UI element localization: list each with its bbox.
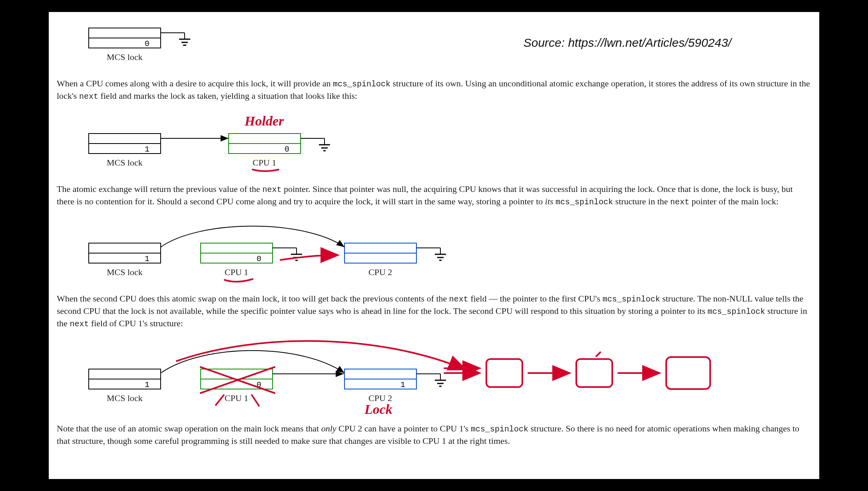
d2-mcs-label: MCS lock: [107, 158, 143, 168]
p4a: Note that the use of an atomic swap oper…: [57, 423, 321, 433]
cpu1-svg: 1 MCS lock 0 CPU 1 Holder: [57, 110, 416, 178]
d4-cpu1-label: CPU 1: [225, 393, 248, 403]
d3-mcs-label: MCS lock: [107, 267, 143, 277]
queue-box-1: [486, 359, 522, 387]
d3-mcs-value: 1: [145, 254, 149, 263]
p1a: When a CPU comes along with a desire to …: [57, 78, 333, 88]
p1c: field and marks the lock as taken, yield…: [98, 91, 357, 101]
p3code1: next: [449, 295, 468, 304]
cpu2-svg: 1 MCS lock 0 CPU 1 CPU 2: [57, 215, 536, 287]
mcs-only-svg: 0 MCS lock: [57, 24, 416, 72]
letterbox-top: [0, 0, 868, 12]
letterbox-bottom: [0, 479, 868, 491]
p2a: The atomic exchange will return the prev…: [57, 184, 262, 194]
d3-cpu1-label: CPU 1: [225, 267, 248, 277]
para-2: The atomic exchange will return the prev…: [57, 183, 811, 208]
queue-box-2: [576, 359, 612, 387]
underline-cpu1: [253, 170, 279, 171]
p4code1: mcs_spinlock: [471, 425, 528, 434]
d3-cpu2-label: CPU 2: [368, 267, 392, 277]
p3e: field of CPU 1's structure:: [89, 318, 183, 328]
slide: Source: https://lwn.net/Articles/590243/…: [49, 12, 819, 479]
p2d: structure in the: [613, 196, 670, 206]
stage: Source: https://lwn.net/Articles/590243/…: [0, 0, 868, 491]
d4-cpu2-value: 1: [400, 380, 405, 389]
tick-box2: [596, 352, 600, 356]
para-1: When a CPU comes along with a desire to …: [57, 78, 811, 102]
d2-mcs-value: 1: [145, 145, 149, 154]
diagram-queue: 1 MCS lock 0 CPU 1 1 CPU 2: [57, 337, 811, 417]
p4b: CPU 2 can have a pointer to CPU 1's: [336, 423, 471, 433]
p2code2: mcs_spinlock: [555, 198, 613, 207]
d2-cpu1-value: 0: [285, 145, 289, 154]
annotation-lock: Lock: [364, 402, 392, 417]
p2em: its: [545, 196, 553, 206]
diagram-cpu2: 1 MCS lock 0 CPU 1 CPU 2: [57, 215, 811, 287]
p3b: field — the pointer to the first CPU's: [468, 293, 603, 303]
p3a: When the second CPU does this atomic swa…: [57, 293, 449, 303]
p2code1: next: [262, 185, 281, 194]
annotation-holder: Holder: [244, 114, 284, 128]
p3code2: mcs_spinlock: [603, 295, 660, 304]
d3-cpu1-value: 0: [257, 254, 261, 263]
queue-svg: 1 MCS lock 0 CPU 1 1 CPU 2: [57, 337, 816, 417]
d4-mcs-value: 1: [145, 380, 149, 389]
p4em: only: [321, 423, 336, 433]
queue-box-3: [666, 357, 710, 389]
underline-cpu1b: [225, 279, 253, 282]
diagram-cpu1: 1 MCS lock 0 CPU 1 Holder: [57, 110, 811, 178]
red-big-arc: [177, 341, 464, 369]
para-3: When the second CPU does this atomic swa…: [57, 293, 811, 330]
d2-cpu1-label: CPU 1: [253, 158, 276, 168]
d4-mcs-label: MCS lock: [107, 393, 143, 403]
red-slash-right: [252, 395, 259, 406]
diagram-mcs-only: 0 MCS lock: [57, 24, 811, 72]
mcs-value: 0: [145, 39, 149, 48]
p2code3: next: [670, 198, 689, 207]
mcs-label: MCS lock: [107, 52, 143, 62]
p2e: pointer of the main lock:: [689, 196, 778, 206]
p1code2: next: [79, 92, 98, 101]
p3code4: next: [70, 319, 89, 329]
para-4: Note that the use of an atomic swap oper…: [57, 423, 811, 447]
red-slash-left: [216, 395, 224, 405]
p3code3: mcs_spinlock: [708, 307, 765, 316]
p1code: mcs_spinlock: [333, 80, 390, 89]
red-arrow-cpu1-cpu2: [281, 255, 336, 260]
